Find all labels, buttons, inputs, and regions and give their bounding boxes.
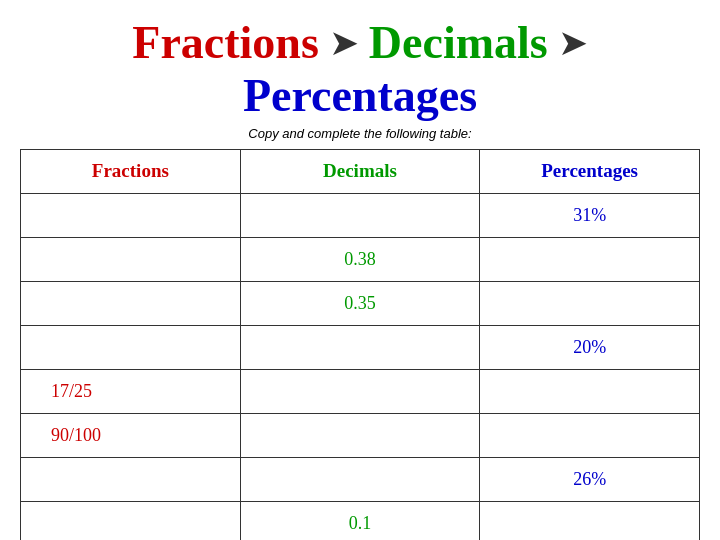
cell-percentages-0: 31% [480, 193, 700, 237]
conversion-table: Fractions Decimals Percentages 31%0.380.… [20, 149, 700, 540]
page: Fractions ➤ Decimals ➤ Percentages Copy … [0, 0, 720, 540]
table-header-row: Fractions Decimals Percentages [21, 149, 700, 193]
subtitle-text: Copy and complete the following table: [248, 126, 471, 141]
title-row-1: Fractions ➤ Decimals ➤ [132, 18, 587, 69]
title-area: Fractions ➤ Decimals ➤ Percentages [132, 18, 587, 122]
cell-fractions-1 [21, 237, 241, 281]
cell-fractions-2 [21, 281, 241, 325]
cell-decimals-3 [240, 325, 480, 369]
cell-decimals-7: 0.1 [240, 501, 480, 540]
table-row: 17/25 [21, 369, 700, 413]
cell-fractions-5: 90/100 [21, 413, 241, 457]
cell-percentages-5 [480, 413, 700, 457]
arrow2-icon: ➤ [558, 24, 588, 64]
cell-decimals-0 [240, 193, 480, 237]
cell-percentages-3: 20% [480, 325, 700, 369]
cell-decimals-6 [240, 457, 480, 501]
cell-fractions-4: 17/25 [21, 369, 241, 413]
cell-fractions-0 [21, 193, 241, 237]
table-row: 0.1 [21, 501, 700, 540]
arrow1-icon: ➤ [329, 24, 359, 64]
cell-fractions-6 [21, 457, 241, 501]
title-decimals: Decimals [369, 18, 548, 69]
cell-fractions-7 [21, 501, 241, 540]
table-row: 0.38 [21, 237, 700, 281]
title-fractions: Fractions [132, 18, 319, 69]
cell-percentages-1 [480, 237, 700, 281]
cell-percentages-7 [480, 501, 700, 540]
header-percentages: Percentages [480, 149, 700, 193]
cell-decimals-5 [240, 413, 480, 457]
cell-decimals-2: 0.35 [240, 281, 480, 325]
header-decimals: Decimals [240, 149, 480, 193]
title-row-2: Percentages [243, 69, 477, 122]
table-row: 20% [21, 325, 700, 369]
table-row: 26% [21, 457, 700, 501]
header-fractions: Fractions [21, 149, 241, 193]
cell-decimals-1: 0.38 [240, 237, 480, 281]
cell-percentages-4 [480, 369, 700, 413]
cell-fractions-3 [21, 325, 241, 369]
title-percentages: Percentages [243, 69, 477, 122]
table-row: 90/100 [21, 413, 700, 457]
table-row: 0.35 [21, 281, 700, 325]
cell-decimals-4 [240, 369, 480, 413]
table-row: 31% [21, 193, 700, 237]
cell-percentages-2 [480, 281, 700, 325]
cell-percentages-6: 26% [480, 457, 700, 501]
